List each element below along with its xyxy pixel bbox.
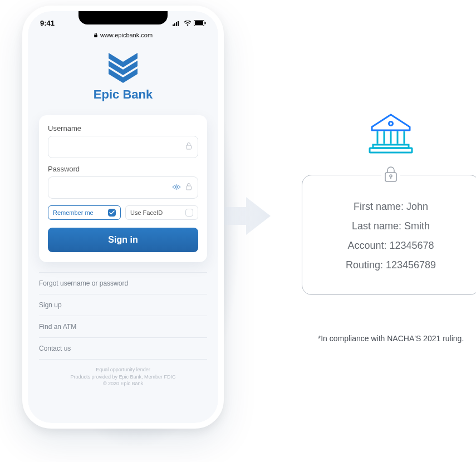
login-card: Username Password (39, 115, 207, 262)
info-account: Account: 12345678 (313, 240, 468, 252)
lock-icon (94, 32, 98, 38)
eye-icon (172, 184, 181, 190)
check-icon (109, 210, 115, 215)
svg-rect-9 (187, 145, 192, 149)
svg-rect-14 (373, 145, 409, 148)
link-signup[interactable]: Sign up (39, 294, 207, 316)
padlock-icon (185, 183, 192, 190)
svg-point-4 (187, 24, 189, 26)
signal-icon (173, 21, 181, 26)
padlock-icon (185, 142, 192, 150)
svg-rect-2 (176, 22, 177, 26)
footer-line-1: Equal opportunity lender (28, 366, 218, 373)
svg-rect-8 (94, 35, 97, 37)
remember-label: Remember me (53, 209, 94, 216)
svg-point-21 (390, 175, 392, 177)
link-forgot[interactable]: Forgot username or password (39, 272, 207, 294)
lock-icon (384, 166, 398, 183)
bank-logo-icon (105, 52, 141, 83)
url-text: www.epicbank.com (100, 32, 153, 38)
username-field[interactable] (48, 136, 198, 158)
footer-line-3: © 2020 Epic Bank (28, 380, 218, 387)
svg-point-10 (175, 186, 178, 188)
password-label: Password (48, 165, 198, 173)
brand-title: Epic Bank (28, 87, 218, 102)
svg-rect-11 (187, 186, 192, 190)
faceid-toggle[interactable]: Use FaceID (125, 205, 198, 220)
info-first-name: First name: John (313, 201, 468, 213)
faceid-label: Use FaceID (130, 209, 163, 216)
svg-point-12 (389, 122, 393, 126)
footer-legal: Equal opportunity lender Products provid… (28, 366, 218, 387)
footer-line-2: Products provided by Epic Bank, Member F… (28, 373, 218, 381)
url-bar: www.epicbank.com (28, 31, 218, 43)
password-field[interactable] (48, 176, 198, 199)
info-routing: Routing: 123456789 (313, 259, 468, 271)
svg-rect-7 (205, 22, 206, 24)
link-atm[interactable]: Find an ATM (39, 316, 207, 337)
status-time: 9:41 (40, 19, 55, 27)
info-last-name: Last name: Smith (313, 220, 468, 232)
username-label: Username (48, 124, 198, 132)
svg-rect-1 (174, 23, 175, 26)
phone-mockup: 9:41 www.epicbank.com (22, 6, 224, 429)
wifi-icon (184, 21, 192, 26)
battery-icon (194, 20, 206, 26)
institution-icon (366, 108, 415, 157)
svg-rect-3 (178, 21, 179, 26)
svg-rect-0 (173, 24, 174, 26)
svg-rect-6 (195, 21, 203, 25)
signin-button[interactable]: Sign in (48, 228, 198, 252)
link-contact[interactable]: Contact us (39, 337, 207, 360)
remember-me-toggle[interactable]: Remember me (48, 205, 121, 220)
account-info-box: First name: John Last name: Smith Accoun… (302, 175, 476, 295)
compliance-note: *In compliance with NACHA'S 2021 ruling. (302, 334, 476, 343)
